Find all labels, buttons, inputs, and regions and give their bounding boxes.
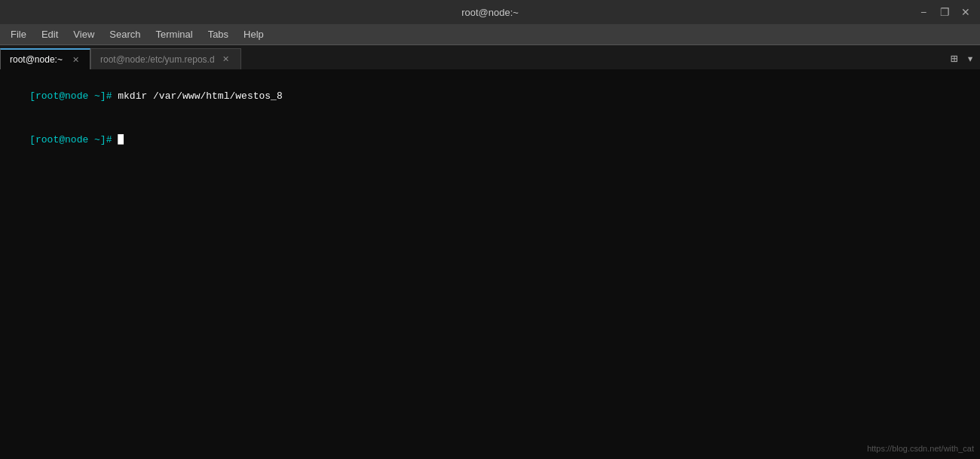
terminal-line-1: [root@node ~]# █	[6, 118, 974, 163]
menu-file[interactable]: File	[3, 26, 34, 42]
window-title: root@node:~	[461, 7, 519, 18]
window-controls: − ❐ ✕	[915, 4, 974, 20]
cmd-1: █	[118, 134, 124, 145]
tab-bar-right: ⊞ ▾	[948, 48, 980, 69]
tab-bar: root@node:~ ✕ root@node:/etc/yum.repos.d…	[0, 45, 980, 69]
screenshot-icon[interactable]: ⊞	[948, 48, 961, 69]
title-bar: root@node:~ − ❐ ✕	[0, 0, 980, 24]
menu-tabs[interactable]: Tabs	[201, 26, 236, 42]
menu-help[interactable]: Help	[236, 26, 271, 42]
tab-close-0[interactable]: ✕	[70, 54, 81, 65]
close-button[interactable]: ✕	[957, 4, 974, 20]
dropdown-icon[interactable]: ▾	[963, 48, 977, 69]
terminal-area[interactable]: [root@node ~]# mkdir /var/www/html/westo…	[0, 69, 980, 459]
tab-close-1[interactable]: ✕	[221, 54, 231, 65]
prompt-user-0: [root@node ~]#	[29, 90, 118, 102]
menu-search[interactable]: Search	[102, 26, 148, 42]
tab-0[interactable]: root@node:~ ✕	[0, 48, 90, 69]
menu-edit[interactable]: Edit	[34, 26, 66, 42]
prompt-user-1: [root@node ~]#	[29, 134, 118, 145]
minimize-button[interactable]: −	[915, 4, 932, 20]
menu-bar: File Edit View Search Terminal Tabs Help	[0, 24, 980, 45]
menu-terminal[interactable]: Terminal	[149, 26, 201, 42]
terminal-line-0: [root@node ~]# mkdir /var/www/html/westo…	[6, 74, 974, 118]
tab-label-0: root@node:~	[10, 54, 64, 65]
watermark: https://blog.csdn.net/with_cat	[867, 444, 974, 453]
maximize-button[interactable]: ❐	[936, 4, 953, 20]
tab-1[interactable]: root@node:/etc/yum.repos.d ✕	[90, 48, 241, 69]
tab-label-1: root@node:/etc/yum.repos.d	[100, 54, 215, 65]
cmd-0: mkdir /var/www/html/westos_8	[118, 90, 282, 102]
menu-view[interactable]: View	[66, 26, 102, 42]
